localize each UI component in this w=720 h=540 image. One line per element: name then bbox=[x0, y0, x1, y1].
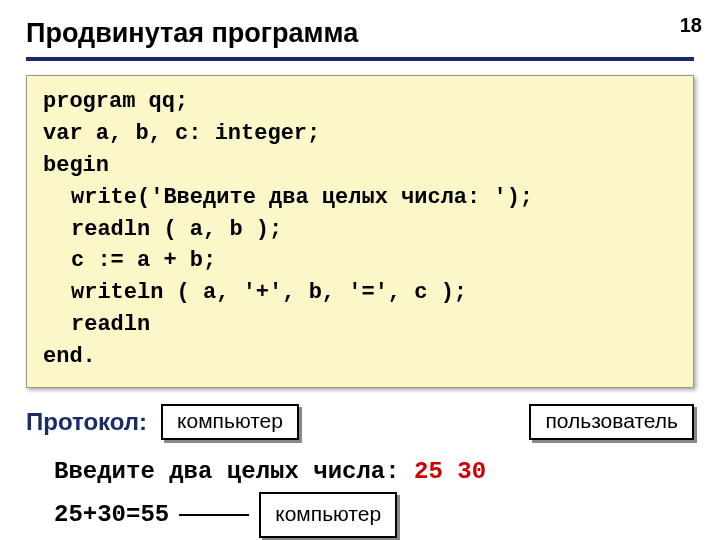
output-result: 25+30=55 bbox=[54, 495, 169, 535]
computer-label-box: компьютер bbox=[161, 404, 299, 440]
code-line: begin bbox=[43, 153, 109, 178]
code-line: var a, b, c: integer; bbox=[43, 121, 320, 146]
output-area: Введите два целых числа: 25 30 25+30=55 … bbox=[26, 452, 694, 538]
code-line: write('Введите два целых числа: '); bbox=[43, 182, 533, 214]
computer-label-box-2: компьютер bbox=[259, 492, 397, 539]
code-line: c := a + b; bbox=[43, 245, 216, 277]
user-label-box: пользователь bbox=[529, 404, 694, 440]
code-line: program qq; bbox=[43, 89, 188, 114]
page-number: 18 bbox=[680, 14, 702, 37]
output-line-1: Введите два целых числа: 25 30 bbox=[54, 452, 694, 492]
page-title: Продвинутая программа bbox=[26, 18, 694, 61]
protocol-row: Протокол: компьютер пользователь bbox=[26, 404, 694, 440]
output-prompt: Введите два целых числа: bbox=[54, 458, 400, 485]
code-block: program qq; var a, b, c: integer; begin … bbox=[26, 75, 694, 388]
code-line: end. bbox=[43, 344, 96, 369]
output-user-values: 25 30 bbox=[414, 458, 486, 485]
output-line-2: 25+30=55 компьютер bbox=[54, 492, 694, 539]
code-line: readln bbox=[43, 309, 150, 341]
code-line: writeln ( a, '+', b, '=', c ); bbox=[43, 277, 467, 309]
protocol-label: Протокол: bbox=[26, 408, 147, 436]
code-line: readln ( a, b ); bbox=[43, 214, 282, 246]
connector-line bbox=[179, 514, 249, 516]
